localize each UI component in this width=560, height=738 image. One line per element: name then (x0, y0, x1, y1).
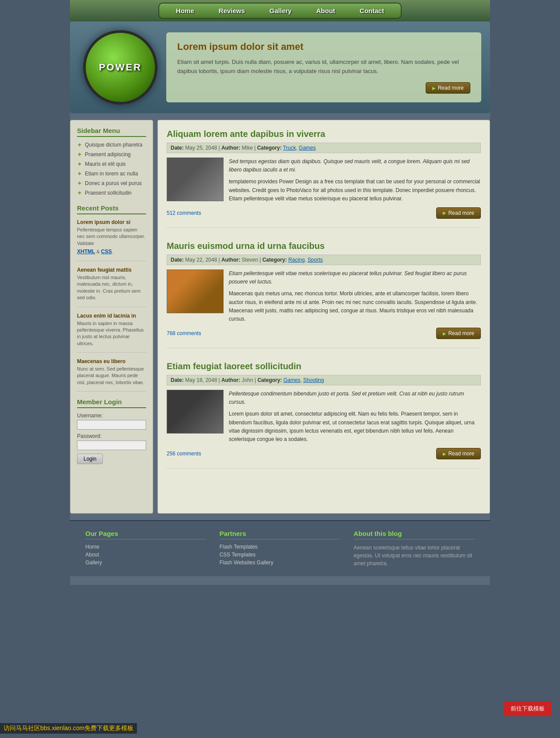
post-1-cat-1[interactable]: Truck (283, 145, 296, 151)
main-layout: Sidebar Menu ✦ Quisque dictum pharetra ✦… (70, 120, 490, 514)
nav-reviews[interactable]: Reviews (206, 3, 257, 18)
recent-post-3: Lacus enim id lacinia in Mauris in sapie… (77, 312, 146, 353)
footer-home-link[interactable]: Home (85, 544, 206, 550)
sidebar-item-1[interactable]: ✦ Quisque dictum pharetra (77, 141, 146, 148)
password-input[interactable] (77, 441, 146, 450)
sidebar: Sidebar Menu ✦ Quisque dictum pharetra ✦… (70, 120, 153, 514)
post-1-title: Aliquam lorem ante dapibus in viverra (167, 129, 481, 139)
footer-flash-websites-link[interactable]: Flash Websites Gallery (220, 560, 341, 566)
sidebar-item-4[interactable]: ✦ Etiam in lorem ac nulla (77, 170, 146, 177)
post-3-title: Etiam feugiat laoreet sollicitudin (167, 361, 481, 371)
footer-css-templates-link[interactable]: CSS Templates (220, 552, 341, 558)
recent-post-4: Maecenas eu libero Nunc at sem. Sed pell… (77, 358, 146, 392)
recent-posts-title: Recent Posts (77, 204, 146, 214)
power-logo-text: POWER (99, 62, 142, 73)
nav-gallery[interactable]: Gallery (257, 3, 304, 18)
post-3-cat-2[interactable]: Shooting (303, 377, 324, 383)
post-3: Etiam feugiat laoreet sollicitudin Date:… (167, 361, 481, 469)
css-link[interactable]: CSS (101, 248, 112, 255)
post-2-author: Steven (242, 257, 258, 263)
footer-about-link[interactable]: About (85, 552, 206, 558)
header-read-more[interactable]: Read more (426, 82, 470, 94)
post-2-italic: Etiam pellentesque velit vitae metus sce… (229, 269, 481, 286)
star-icon-1: ✦ (77, 141, 82, 148)
footer-flash-templates-link[interactable]: Flash Templates (220, 544, 341, 550)
member-login-title: Member Login (77, 398, 146, 408)
footer-our-pages: Our Pages Home About Gallery (79, 530, 213, 567)
post-2-body: Etiam pellentesque velit vitae metus sce… (167, 269, 481, 323)
sidebar-menu-label-1: Quisque dictum pharetra (85, 142, 142, 148)
post-1-cat-2[interactable]: Games (299, 145, 316, 151)
post-3-date: May 18, 2048 (185, 377, 217, 383)
post-3-image (167, 390, 224, 434)
post-3-author: John (242, 377, 253, 383)
post-2-title: Mauris euismod urna id urna faucibus (167, 241, 481, 251)
sidebar-item-6[interactable]: ✦ Praesent sollicitudin (77, 189, 146, 196)
recent-post-links-1: XHTML & CSS. (77, 248, 146, 255)
sidebar-menu-label-5: Donec a purus vel purus (85, 180, 142, 186)
post-2-comments-link[interactable]: 768 comments (167, 330, 201, 336)
post-1-image (167, 157, 224, 201)
username-input[interactable] (77, 420, 146, 430)
nav-bar: Home Reviews Gallery About Contact (70, 0, 490, 21)
footer: Our Pages Home About Gallery Partners Fl… (70, 520, 490, 576)
star-icon-2: ✦ (77, 151, 82, 158)
recent-post-link-1[interactable]: Lorem ipsum dolor si (77, 219, 130, 225)
post-1-content: templatemo provides Power Design as a fr… (229, 178, 481, 203)
post-1: Aliquam lorem ante dapibus in viverra Da… (167, 129, 481, 228)
post-3-read-more[interactable]: Read more (436, 448, 481, 459)
sidebar-menu-label-2: Praesent adipiscing (85, 151, 131, 157)
recent-post-link-3[interactable]: Lacus enim id lacinia in (77, 313, 136, 319)
username-label: Username: (77, 413, 146, 419)
nav-home[interactable]: Home (164, 3, 206, 18)
recent-post-2: Aenean feugiat mattis Vestibulum nisl ma… (77, 266, 146, 307)
header-banner: POWER Lorem ipsum dolor sit amet Etiam s… (70, 21, 490, 113)
sidebar-menu-label-3: Mauris et elit quis (85, 161, 126, 167)
password-label: Password: (77, 433, 146, 439)
login-button[interactable]: Login (77, 454, 103, 464)
sidebar-menu-label-4: Etiam in lorem ac nulla (85, 171, 138, 177)
our-pages-title: Our Pages (85, 530, 206, 539)
star-icon-3: ✦ (77, 161, 82, 168)
xhtml-link[interactable]: XHTML (77, 248, 95, 255)
recent-post-link-4[interactable]: Maecenas eu libero (77, 358, 126, 364)
post-1-author: Mike (242, 145, 253, 151)
recent-post-link-2[interactable]: Aenean feugiat mattis (77, 267, 132, 273)
footer-gallery-link[interactable]: Gallery (85, 560, 206, 566)
post-1-italic: Sed tempus egestas diam quis dapibus. Qu… (229, 157, 481, 174)
star-icon-4: ✦ (77, 170, 82, 177)
post-3-text: Pellentesque condimentum bibendum justo … (229, 390, 481, 444)
header-title: Lorem ipsum dolor sit amet (177, 41, 470, 52)
star-icon-6: ✦ (77, 189, 82, 196)
post-2-content: Maecenas quis metus urna, nec rhoncus to… (229, 290, 481, 323)
post-1-date: May 25, 2048 (185, 145, 217, 151)
post-3-cat-1[interactable]: Games (284, 377, 301, 383)
sidebar-item-3[interactable]: ✦ Mauris et elit quis (77, 161, 146, 168)
post-1-read-more[interactable]: Read more (436, 207, 481, 219)
post-3-meta: Date: May 18, 2048 | Author: John | Cate… (167, 375, 481, 385)
post-2-meta: Date: May 22, 2048 | Author: Steven | Ca… (167, 255, 481, 265)
recent-post-body-2: Vestibulum nisl mauris, malesuada nec, d… (77, 274, 146, 301)
post-1-comments-link[interactable]: 512 comments (167, 210, 201, 216)
sidebar-menu-title: Sidebar Menu (77, 127, 146, 137)
about-blog-title: About this blog (354, 530, 475, 539)
partners-title: Partners (220, 530, 341, 539)
post-3-footer: 256 comments Read more (167, 448, 481, 459)
footer-partners: Partners Flash Templates CSS Templates F… (213, 530, 347, 567)
recent-post-body-4: Nunc at sem. Sed pellentesque placerat a… (77, 366, 146, 386)
recent-post-1: Lorem ipsum dolor si Pellentesque tempus… (77, 219, 146, 261)
post-1-body: Sed tempus egestas diam quis dapibus. Qu… (167, 157, 481, 203)
nav-inner: Home Reviews Gallery About Contact (158, 3, 402, 19)
post-3-comments-link[interactable]: 256 comments (167, 451, 201, 457)
about-blog-text: Aenean scelerisque tellus vitae tortor p… (354, 544, 475, 567)
post-2-cat-2[interactable]: Sports (308, 257, 323, 263)
post-2-cat-1[interactable]: Racing (288, 257, 304, 263)
post-2-text: Etiam pellentesque velit vitae metus sce… (229, 269, 481, 323)
post-2-read-more[interactable]: Read more (436, 328, 481, 339)
sidebar-item-2[interactable]: ✦ Praesent adipiscing (77, 151, 146, 158)
nav-about[interactable]: About (304, 3, 347, 18)
footer-about-blog: About this blog Aenean scelerisque tellu… (347, 530, 481, 567)
recent-post-body-1: Pellentesque tempus sapien nec sem commo… (77, 227, 146, 247)
nav-contact[interactable]: Contact (347, 3, 396, 18)
sidebar-item-5[interactable]: ✦ Donec a purus vel purus (77, 180, 146, 187)
